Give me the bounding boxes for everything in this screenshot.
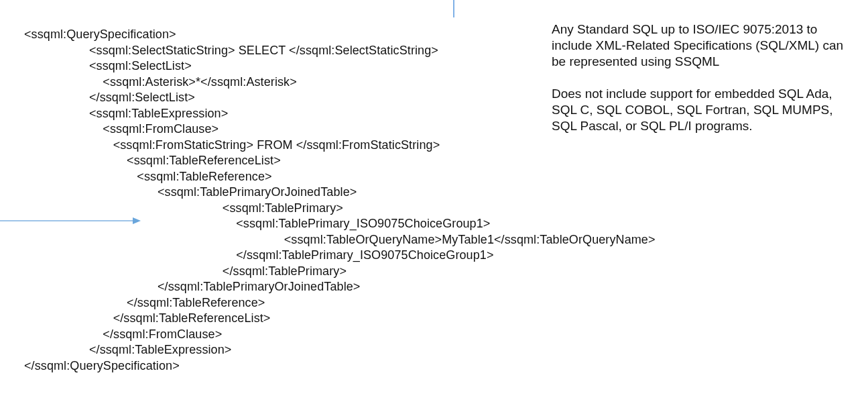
code-line: </ssqml:FromClause>: [24, 327, 222, 341]
code-line: <ssqml:SelectList>: [24, 59, 192, 72]
code-line: </ssqml:TablePrimaryOrJoinedTable>: [24, 280, 360, 293]
code-line: <ssqml:TableReferenceList>: [24, 154, 281, 167]
code-line: <ssqml:TableReference>: [24, 170, 272, 183]
description-text: Any Standard SQL up to ISO/IEC 9075:2013…: [552, 21, 847, 150]
arrow-head-icon: [133, 217, 141, 224]
code-line: </ssqml:TableExpression>: [24, 343, 231, 356]
code-line: <ssqml:FromClause>: [24, 122, 219, 136]
code-line: </ssqml:TableReferenceList>: [24, 311, 270, 325]
pointer-arrow: [0, 220, 143, 221]
paragraph: Does not include support for embedded SQ…: [552, 86, 847, 134]
arrow-line-icon: [0, 220, 137, 221]
code-line: </ssqml:TableReference>: [24, 296, 265, 309]
top-divider: [453, 0, 454, 17]
code-line: <ssqml:SelectStaticString> SELECT </ssqm…: [24, 44, 438, 57]
code-line: <ssqml:Asterisk>*</ssqml:Asterisk>: [24, 75, 297, 89]
code-line: <ssqml:TablePrimaryOrJoinedTable>: [24, 185, 357, 199]
paragraph: Any Standard SQL up to ISO/IEC 9075:2013…: [552, 21, 847, 70]
code-line: <ssqml:QuerySpecification>: [24, 28, 176, 41]
code-line: <ssqml:TablePrimary>: [24, 201, 343, 215]
code-line: </ssqml:TablePrimary_ISO9075ChoiceGroup1…: [24, 248, 494, 262]
code-line: </ssqml:QuerySpecification>: [24, 359, 180, 372]
code-line: <ssqml:FromStaticString> FROM </ssqml:Fr…: [24, 138, 440, 152]
code-line: <ssqml:TablePrimary_ISO9075ChoiceGroup1>: [24, 217, 490, 230]
code-line: <ssqml:TableExpression>: [24, 107, 228, 120]
code-line: </ssqml:TablePrimary>: [24, 264, 347, 278]
code-line: </ssqml:SelectList>: [24, 91, 195, 104]
code-line: <ssqml:TableOrQueryName>MyTable1</ssqml:…: [24, 233, 656, 246]
